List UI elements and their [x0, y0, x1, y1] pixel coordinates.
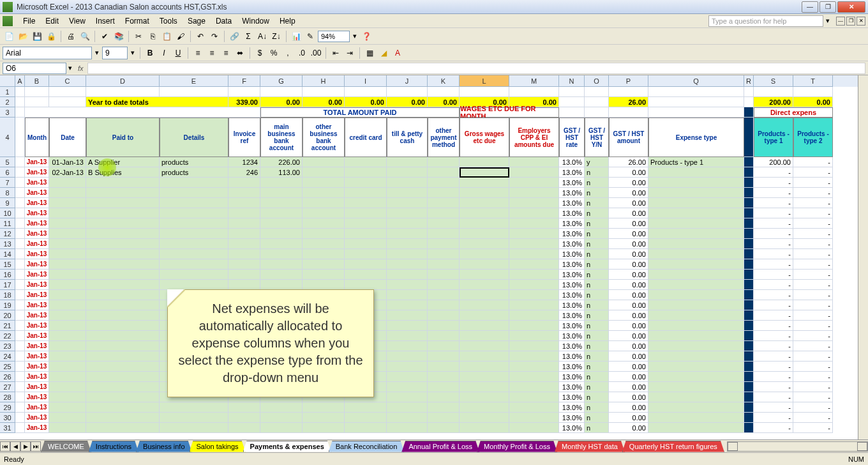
s-cell[interactable]: -	[754, 413, 793, 423]
main-cell[interactable]	[260, 188, 303, 198]
permission-icon[interactable]: 🔒	[45, 30, 57, 43]
row-header-13[interactable]: 13	[0, 239, 15, 249]
s-cell[interactable]: -	[754, 362, 793, 372]
rate-cell[interactable]: 13.0%	[559, 402, 585, 413]
details-cell[interactable]: products	[160, 167, 228, 178]
details-cell[interactable]	[160, 198, 228, 208]
month-cell[interactable]: Jan-13	[25, 229, 49, 239]
inc-indent-icon[interactable]: ⇥	[343, 47, 356, 59]
ref-cell[interactable]: 246	[228, 167, 260, 178]
row-header-20[interactable]: 20	[0, 310, 15, 321]
exp-cell[interactable]	[648, 229, 744, 239]
gross-cell[interactable]	[460, 310, 509, 321]
exp-cell[interactable]	[648, 372, 744, 382]
gross-cell[interactable]	[460, 280, 509, 290]
tab-first-button[interactable]: ⏮	[0, 441, 10, 452]
ytd-J[interactable]: 0.00	[387, 97, 428, 107]
rate-cell[interactable]: 13.0%	[559, 372, 585, 382]
t-cell[interactable]: -	[793, 351, 833, 362]
open-icon[interactable]: 📂	[17, 30, 29, 43]
details-cell[interactable]: products	[160, 157, 228, 167]
rate-cell[interactable]: 13.0%	[559, 208, 585, 218]
yn-cell[interactable]: n	[585, 218, 609, 229]
rate-cell[interactable]: 13.0%	[559, 178, 585, 188]
cell[interactable]	[387, 87, 428, 97]
main-cell[interactable]: 226.00	[260, 157, 303, 167]
date-cell[interactable]	[49, 270, 86, 280]
month-cell[interactable]: Jan-13	[25, 331, 49, 341]
rate-cell[interactable]: 13.0%	[559, 341, 585, 351]
row-header-4[interactable]: 4	[0, 118, 15, 157]
amt-cell[interactable]: 0.00	[609, 259, 648, 270]
month-cell[interactable]: Jan-13	[25, 208, 49, 218]
s-cell[interactable]: -	[754, 270, 793, 280]
gross-cell[interactable]	[460, 239, 509, 249]
percent-icon[interactable]: %	[267, 47, 280, 59]
ytd-H[interactable]: 0.00	[303, 97, 345, 107]
borders-icon[interactable]: ▦	[363, 47, 376, 59]
amt-cell[interactable]: 0.00	[609, 270, 648, 280]
rate-cell[interactable]: 13.0%	[559, 259, 585, 270]
col-header-F[interactable]: F	[228, 75, 260, 87]
rate-cell[interactable]: 13.0%	[559, 280, 585, 290]
dec-decimal-icon[interactable]: .00	[310, 47, 322, 59]
row-header-10[interactable]: 10	[0, 208, 15, 218]
main-cell[interactable]	[260, 229, 303, 239]
month-cell[interactable]: Jan-13	[25, 280, 49, 290]
align-left-icon[interactable]: ≡	[191, 47, 204, 59]
month-cell[interactable]: Jan-13	[25, 218, 49, 229]
gross-cell[interactable]	[460, 218, 509, 229]
ref-cell[interactable]	[228, 208, 260, 218]
exp-cell[interactable]	[648, 259, 744, 270]
col-header-I[interactable]: I	[345, 75, 387, 87]
s-cell[interactable]: -	[754, 167, 793, 178]
details-cell[interactable]	[160, 423, 228, 433]
vertical-scrollbar[interactable]	[858, 75, 868, 439]
menu-file[interactable]: File	[18, 15, 40, 27]
gross-cell[interactable]	[460, 402, 509, 413]
month-cell[interactable]: Jan-13	[25, 321, 49, 331]
ref-cell[interactable]	[228, 402, 260, 413]
amt-cell[interactable]: 0.00	[609, 392, 648, 402]
ytd-K[interactable]: 0.00	[428, 97, 460, 107]
paidto-cell[interactable]	[86, 178, 160, 188]
sheet-tab[interactable]: Payments & expenses	[243, 441, 331, 452]
col-title[interactable]: other payment method	[428, 118, 460, 157]
col-title[interactable]: other business bank account	[303, 118, 345, 157]
rate-cell[interactable]: 13.0%	[559, 239, 585, 249]
date-cell[interactable]	[49, 239, 86, 249]
select-all-corner[interactable]	[0, 75, 15, 87]
yn-cell[interactable]: n	[585, 167, 609, 178]
month-cell[interactable]: Jan-13	[25, 362, 49, 372]
month-cell[interactable]: Jan-13	[25, 402, 49, 413]
amt-cell[interactable]: 0.00	[609, 188, 648, 198]
paidto-cell[interactable]	[86, 280, 160, 290]
s-cell[interactable]: -	[754, 321, 793, 331]
gross-cell[interactable]	[460, 178, 509, 188]
exp-cell[interactable]	[648, 392, 744, 402]
rate-cell[interactable]: 13.0%	[559, 270, 585, 280]
amt-cell[interactable]: 0.00	[609, 382, 648, 392]
amt-cell[interactable]: 0.00	[609, 280, 648, 290]
autosum-icon[interactable]: Σ	[242, 30, 255, 43]
col-header-G[interactable]: G	[260, 75, 303, 87]
paidto-cell[interactable]	[86, 321, 160, 331]
cell[interactable]	[345, 87, 387, 97]
drawing-icon[interactable]: ✎	[304, 30, 317, 43]
gross-cell[interactable]	[460, 321, 509, 331]
col-header-P[interactable]: P	[609, 75, 648, 87]
sort-desc-icon[interactable]: Z↓	[270, 30, 283, 43]
fx-icon[interactable]: fx	[78, 65, 84, 72]
yn-cell[interactable]: n	[585, 402, 609, 413]
rate-cell[interactable]: 13.0%	[559, 198, 585, 208]
row-header-9[interactable]: 9	[0, 198, 15, 208]
ref-cell[interactable]	[228, 229, 260, 239]
doc-close-button[interactable]: ✕	[857, 17, 865, 26]
t-cell[interactable]: -	[793, 259, 833, 270]
date-cell[interactable]	[49, 290, 86, 300]
row-header-18[interactable]: 18	[0, 290, 15, 300]
amt-cell[interactable]: 0.00	[609, 372, 648, 382]
row-header-6[interactable]: 6	[0, 167, 15, 178]
s-cell[interactable]: -	[754, 249, 793, 259]
t-cell[interactable]: -	[793, 218, 833, 229]
